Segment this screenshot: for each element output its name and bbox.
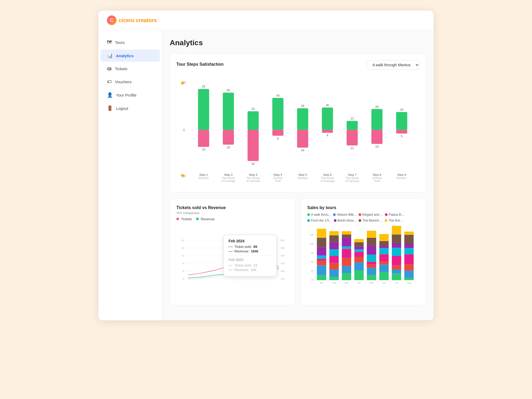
tooltip-tickets-current: Ticket sold: 89 (228, 245, 272, 249)
svg-rect-118 (342, 249, 351, 258)
svg-rect-35 (297, 130, 308, 148)
satisfaction-card: Tour Steps Satisfaction A walk through M… (170, 53, 426, 192)
tickets-legend-revenue: Revenue (196, 217, 215, 221)
logo-accent: creators (136, 17, 157, 23)
svg-text:Poet: Poet (275, 180, 281, 182)
bar-chart-svg: 60 👍 0 60 👎 5523Step 1Romans5020Step 2Th… (176, 74, 419, 186)
svg-text:100: 100 (310, 243, 314, 245)
svg-rect-124 (354, 270, 364, 280)
svg-text:👎: 👎 (180, 174, 185, 178)
tooltip-date-current: Feb 2024 (228, 239, 272, 243)
svg-text:A Great: A Great (273, 177, 282, 180)
svg-text:Step 9: Step 9 (397, 173, 406, 176)
svg-rect-148 (379, 241, 389, 246)
svg-rect-14 (223, 130, 234, 145)
svg-text:80: 80 (311, 252, 314, 254)
svg-rect-152 (392, 269, 401, 273)
svg-rect-62 (396, 130, 407, 134)
page-title: Analytics (170, 39, 426, 47)
svg-text:Step 4: Step 4 (274, 173, 282, 176)
sales-legend-item: Padua th... (385, 213, 404, 217)
svg-text:Romans: Romans (199, 177, 209, 180)
tooltip-prev-tickets-value: 24 (253, 263, 257, 267)
sidebar-item-analytics[interactable]: 📊 Analytics (101, 49, 160, 62)
svg-text:Step 1: Step 1 (199, 173, 208, 176)
svg-rect-26 (272, 98, 284, 130)
svg-rect-46 (347, 121, 358, 130)
tickets-subtitle: YoY comparison (176, 211, 289, 215)
svg-rect-48 (347, 130, 358, 146)
tour-dropdown[interactable]: A walk through Mantua (367, 60, 419, 70)
satisfaction-card-header: Tour Steps Satisfaction A walk through M… (176, 60, 419, 70)
svg-rect-33 (297, 108, 308, 130)
main-content: Analytics Tour Steps Satisfaction A walk… (162, 30, 434, 320)
svg-rect-142 (379, 272, 389, 280)
svg-text:0: 0 (183, 128, 185, 132)
bottom-cards: Tickets sold vs Revenue YoY comparison T… (170, 199, 426, 312)
svg-text:24: 24 (301, 149, 304, 152)
sales-legend: A walk throu...Historic Bilb...Elegant a… (307, 213, 419, 222)
svg-text:50: 50 (227, 89, 230, 92)
tooltip-revenue-line (228, 251, 233, 252)
svg-rect-113 (329, 231, 339, 235)
svg-rect-130 (354, 242, 364, 246)
svg-rect-131 (354, 239, 364, 242)
tooltip-tickets-value: 89 (253, 245, 257, 249)
svg-text:60: 60 (311, 260, 314, 263)
svg-text:80: 80 (182, 255, 184, 257)
sidebar-label-profile: Your Profile (116, 93, 136, 97)
svg-rect-144 (379, 261, 389, 264)
svg-text:Step 8: Step 8 (373, 173, 381, 176)
svg-text:220€: 220€ (280, 270, 285, 272)
svg-rect-155 (392, 248, 401, 256)
svg-text:👍: 👍 (180, 80, 185, 85)
sidebar-item-profile[interactable]: 👤 Your Profile (101, 89, 160, 101)
logo-icon: C (107, 15, 117, 25)
svg-rect-147 (379, 246, 389, 248)
svg-rect-140 (367, 231, 376, 238)
svg-rect-146 (379, 248, 389, 254)
vouchers-icon: 🏷 (107, 79, 112, 85)
logo-text-main: ciceru (119, 17, 136, 23)
sidebar-label-tours: Tours (115, 40, 125, 45)
tooltip-revenue-value: 184€ (251, 249, 259, 253)
sidebar-item-logout[interactable]: 🚪 Logout (101, 102, 160, 114)
svg-text:Mar: Mar (344, 281, 348, 284)
top-bar: C ciceru creators (98, 11, 434, 30)
svg-text:25: 25 (251, 107, 255, 110)
tooltip-revenue-prev: Revenue: 52€ (228, 268, 272, 272)
svg-text:Jul: Jul (395, 281, 398, 284)
svg-text:Step 5: Step 5 (298, 173, 307, 176)
svg-rect-102 (317, 247, 326, 255)
svg-rect-28 (272, 130, 284, 136)
svg-rect-136 (367, 262, 376, 265)
svg-text:20: 20 (182, 278, 184, 280)
svg-rect-55 (371, 130, 383, 144)
svg-rect-139 (367, 238, 376, 246)
sidebar-item-tickets[interactable]: 🎟 Tickets (101, 63, 160, 75)
svg-text:60: 60 (182, 262, 184, 265)
svg-rect-117 (342, 258, 351, 266)
svg-rect-39 (322, 107, 333, 130)
profile-icon: 👤 (107, 92, 113, 98)
sidebar-item-vouchers[interactable]: 🏷 Vouchers (101, 76, 160, 88)
svg-text:of Gonzaga: of Gonzaga (321, 180, 335, 182)
svg-rect-110 (329, 249, 339, 256)
sidebar-item-tours[interactable]: 🗺 Tours (101, 36, 160, 48)
svg-text:Poet: Poet (374, 180, 380, 182)
svg-rect-137 (367, 255, 376, 261)
sales-legend-item: Berlin throu... (334, 219, 356, 222)
svg-rect-157 (392, 234, 401, 243)
svg-rect-98 (317, 265, 326, 275)
sales-title: Sales by tours (307, 205, 419, 210)
svg-rect-154 (392, 256, 401, 265)
svg-rect-100 (317, 259, 326, 261)
svg-text:330€: 330€ (280, 262, 285, 265)
sales-legend-item: A walk throu... (307, 213, 331, 217)
tooltip-prev-revenue-value: 52€ (251, 268, 257, 272)
svg-text:Romans: Romans (397, 177, 407, 180)
tickets-dot (176, 218, 179, 220)
svg-text:28: 28 (375, 105, 379, 108)
logo-area: C ciceru creators (107, 15, 157, 25)
svg-text:30: 30 (326, 103, 329, 107)
